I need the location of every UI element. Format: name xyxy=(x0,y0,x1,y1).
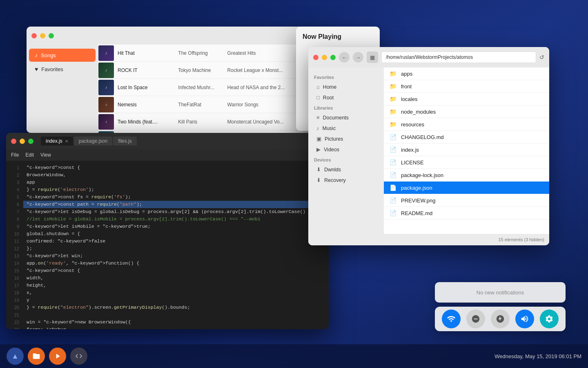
close-tab-index-js[interactable]: ✕ xyxy=(65,139,68,144)
file-type-icon: 📄 xyxy=(390,184,397,191)
music-body: ♪ Songs ♥ Favorites ♪ Hit That The Offsp… xyxy=(27,45,321,133)
line-numbers: 1234567891011121314151617181920212223242… xyxy=(6,161,23,329)
song-art: ♪ xyxy=(98,79,114,96)
file-type-icon: 📁 xyxy=(390,121,397,128)
file-forward-button[interactable]: → xyxy=(353,52,363,63)
volume-icon xyxy=(520,314,529,323)
file-refresh-button[interactable]: ↺ xyxy=(539,54,544,61)
menu-file[interactable]: File xyxy=(11,152,19,158)
file-sidebar-item-label: Recovery xyxy=(324,177,346,183)
file-titlebar: ← → ▦ /home/ruslan/WebstormProjects/atom… xyxy=(308,47,549,67)
line-number: 5 xyxy=(6,193,23,201)
file-list-item[interactable]: 📄 index.js xyxy=(384,144,549,156)
line-number: 20 xyxy=(6,304,23,311)
file-list-item[interactable]: 📁 front xyxy=(384,80,549,93)
file-sidebar-section-header: Devices xyxy=(308,155,384,164)
file-path-bar: /home/ruslan/WebstormProjects/atomos xyxy=(381,52,536,63)
file-sidebar-item-home[interactable]: ⌂ Home xyxy=(311,82,381,92)
file-type-icon: 📄 xyxy=(390,197,397,204)
line-number: 21 xyxy=(6,311,23,319)
file-name: README.md xyxy=(401,210,432,216)
code-line xyxy=(23,311,329,319)
code-body: 1234567891011121314151617181920212223242… xyxy=(6,161,329,329)
file-name: locales xyxy=(401,96,417,102)
traffic-light-minimize[interactable] xyxy=(40,33,45,38)
menu-edit[interactable]: Edit xyxy=(25,152,34,158)
file-sidebar-item-videos[interactable]: ▶ Videos xyxy=(311,144,381,155)
taskbar-code-button[interactable] xyxy=(70,348,87,365)
menu-view[interactable]: View xyxy=(40,152,51,158)
dnd-icon xyxy=(471,314,480,323)
sidebar-item-favorites[interactable]: ♥ Favorites xyxy=(29,63,96,76)
line-number: 23 xyxy=(6,326,23,329)
traffic-light-maximize[interactable] xyxy=(49,33,54,38)
file-list-item[interactable]: 📁 apps xyxy=(384,67,549,80)
code-line: confirmed: "c-keyword">false xyxy=(23,238,329,245)
file-sidebar-item-music[interactable]: ♪ Music xyxy=(311,123,381,133)
code-line: "c-keyword">const path = require("path")… xyxy=(23,201,329,208)
song-row[interactable]: ♪ Nemesis TheFatRat Warrior Songs 1:22 xyxy=(98,96,321,113)
file-sidebar-item-root[interactable]: □ Root xyxy=(311,92,381,103)
tray-nosign-button[interactable] xyxy=(491,310,510,328)
line-number: 17 xyxy=(6,282,23,289)
song-row[interactable]: ♪ Hit That The Offspring Greatest Hits 2… xyxy=(98,45,321,62)
song-art: ♪ xyxy=(98,62,114,79)
file-grid-view-button[interactable]: ▦ xyxy=(367,52,378,63)
taskbar-player-button[interactable] xyxy=(49,348,66,365)
tab-files-js[interactable]: files.js xyxy=(113,137,136,146)
file-type-icon: 📁 xyxy=(390,108,397,115)
file-list-item[interactable]: 📄 README.md xyxy=(384,207,549,220)
file-name: LICENSE xyxy=(401,159,424,166)
traffic-light-close[interactable] xyxy=(31,33,37,38)
code-lines: "c-keyword">const { BrowserWindow, app} … xyxy=(23,161,329,329)
file-list-item[interactable]: 📄 CHANGELOG.md xyxy=(384,131,549,144)
file-list-item[interactable]: 📁 node_modules xyxy=(384,105,549,118)
file-list-item[interactable]: 📁 resources xyxy=(384,118,549,131)
tray-dnd-button[interactable] xyxy=(466,310,485,328)
file-sidebar-item-recovery[interactable]: ⬇ Recovery xyxy=(311,175,381,185)
song-title: Hit That xyxy=(114,50,178,56)
file-type-icon: 📄 xyxy=(390,172,397,178)
file-list-item[interactable]: 📁 locales xyxy=(384,93,549,105)
tray-wifi-button[interactable] xyxy=(442,310,461,328)
file-list-item[interactable]: 📄 LICENSE xyxy=(384,156,549,169)
file-sidebar-section-header: Libraries xyxy=(308,103,384,112)
file-type-icon: 📄 xyxy=(390,210,397,216)
tab-index-js[interactable]: index.js ✕ xyxy=(41,137,73,146)
line-number: 13 xyxy=(6,252,23,260)
code-line: "c-keyword">const fs = require('fs'); xyxy=(23,193,329,201)
tray-volume-button[interactable] xyxy=(515,310,534,328)
sidebar-songs-label: Songs xyxy=(41,52,56,58)
file-traffic-minimize[interactable] xyxy=(322,55,327,60)
file-list-item[interactable]: 📄 package.json xyxy=(384,182,549,194)
song-album: Rocket League x Monst... xyxy=(227,67,301,73)
code-titlebar: index.js ✕ package.json files.js xyxy=(6,133,329,149)
sidebar-favorites-label: Favorites xyxy=(41,66,63,72)
tab-package-json[interactable]: package.json xyxy=(74,137,113,146)
tray-settings-button[interactable] xyxy=(540,310,559,328)
line-number: 10 xyxy=(6,230,23,238)
code-menubar: File Edit View xyxy=(6,149,329,161)
file-list-item[interactable]: 📄 package-lock.json xyxy=(384,169,549,182)
file-traffic-close[interactable] xyxy=(313,55,318,60)
file-sidebar-item-documents[interactable]: ≡ Documents xyxy=(311,112,381,123)
taskbar-up-button[interactable]: ▲ xyxy=(7,348,24,365)
song-row[interactable]: ♪ Two Minds (feat.... Kill Paris Monster… xyxy=(98,113,321,130)
file-list-item[interactable]: 📄 PREVIEW.png xyxy=(384,194,549,207)
code-traffic-minimize[interactable] xyxy=(20,139,25,144)
song-row[interactable]: ♪ ROCK IT Tokyo Machine Rocket League x … xyxy=(98,62,321,79)
song-row[interactable]: ♪ Lost In Space Infected Mushr... Head o… xyxy=(98,79,321,96)
code-icon xyxy=(75,352,83,360)
code-traffic-close[interactable] xyxy=(11,139,16,144)
file-back-button[interactable]: ← xyxy=(339,52,350,63)
file-sidebar-item-pictures[interactable]: ▣ Pictures xyxy=(311,134,381,144)
music-track-list: ♪ Hit That The Offspring Greatest Hits 2… xyxy=(98,45,321,133)
sidebar-item-songs[interactable]: ♪ Songs xyxy=(29,49,96,62)
taskbar-files-button[interactable] xyxy=(28,348,45,365)
song-art: ♪ xyxy=(98,96,114,113)
file-sidebar-item-dwnlds[interactable]: ⬇ Dwnlds xyxy=(311,164,381,175)
file-traffic-maximize[interactable] xyxy=(330,55,336,60)
song-artist: The Offspring xyxy=(178,50,227,56)
code-traffic-maximize[interactable] xyxy=(28,139,33,144)
line-number: 19 xyxy=(6,296,23,304)
